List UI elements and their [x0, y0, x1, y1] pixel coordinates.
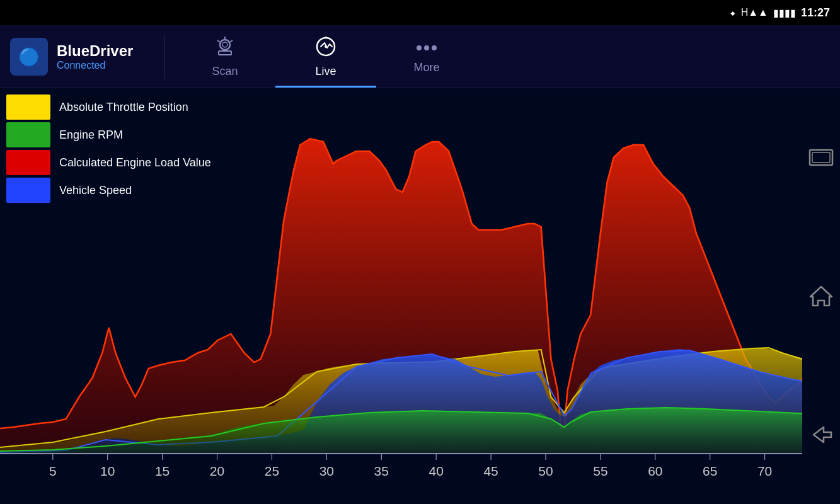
speed-label: Vehicle Speed: [59, 184, 132, 197]
svg-rect-50: [812, 152, 830, 163]
svg-point-10: [325, 45, 327, 48]
svg-text:10: 10: [100, 464, 115, 478]
svg-text:🔵: 🔵: [18, 47, 40, 67]
svg-text:40: 40: [429, 464, 444, 478]
app-logo-area: 🔵 BlueDriver Connected: [0, 38, 164, 76]
bluetooth-icon: ⬥: [730, 7, 736, 18]
svg-text:70: 70: [757, 464, 772, 478]
throttle-label: Absolute Throttle Position: [59, 101, 188, 114]
app-name: BlueDriver: [57, 42, 133, 60]
tab-scan-label: Scan: [212, 65, 238, 78]
svg-text:45: 45: [483, 464, 498, 478]
app-status: Connected: [57, 60, 133, 71]
legend: Absolute Throttle Position Engine RPM Ca…: [6, 94, 211, 203]
svg-text:15: 15: [155, 464, 170, 478]
svg-text:50: 50: [538, 464, 553, 478]
tab-more-label: More: [413, 61, 439, 74]
throttle-color: [6, 94, 50, 120]
svg-text:55: 55: [593, 464, 607, 478]
tab-live-label: Live: [315, 65, 336, 78]
logo-text-area: BlueDriver Connected: [57, 42, 133, 71]
svg-point-2: [220, 40, 230, 50]
battery-icon: ▮▮▮▮: [773, 7, 796, 19]
svg-text:25: 25: [265, 464, 279, 478]
nav-divider: [164, 35, 164, 79]
tab-scan[interactable]: Scan: [175, 25, 275, 88]
speed-color: [6, 178, 50, 203]
status-bar: ⬥ H▲▲ ▮▮▮▮ 11:27: [0, 0, 840, 25]
nav-bar: 🔵 BlueDriver Connected Scan: [0, 25, 840, 88]
svg-point-3: [222, 42, 227, 47]
svg-point-14: [432, 45, 437, 50]
svg-text:20: 20: [210, 464, 224, 478]
svg-text:60: 60: [648, 464, 662, 478]
signal-icon: H▲▲: [741, 7, 768, 18]
main-area: Absolute Throttle Position Engine RPM Ca…: [0, 88, 840, 504]
live-icon: [314, 35, 337, 62]
rect-button[interactable]: [805, 142, 837, 173]
home-button[interactable]: [805, 280, 837, 312]
scan-icon: [214, 35, 236, 62]
load-label: Calculated Engine Load Value: [59, 156, 211, 169]
svg-text:65: 65: [703, 464, 717, 478]
svg-rect-7: [219, 51, 231, 55]
tab-more[interactable]: More: [376, 25, 477, 88]
legend-item-throttle: Absolute Throttle Position: [6, 94, 211, 120]
legend-item-rpm: Engine RPM: [6, 122, 211, 147]
load-color: [6, 150, 50, 175]
rpm-color: [6, 122, 50, 147]
svg-point-12: [417, 45, 422, 50]
legend-item-speed: Vehicle Speed: [6, 178, 211, 203]
svg-marker-51: [810, 287, 832, 306]
app-logo-icon: 🔵: [10, 38, 48, 76]
more-icon: [415, 38, 438, 59]
svg-text:30: 30: [319, 464, 334, 478]
right-nav-panel: [802, 88, 840, 504]
svg-text:5: 5: [49, 464, 57, 478]
tab-live[interactable]: Live: [275, 25, 376, 88]
rpm-label: Engine RPM: [59, 129, 123, 142]
legend-item-load: Calculated Engine Load Value: [6, 150, 211, 175]
svg-point-13: [424, 45, 429, 50]
back-button[interactable]: [805, 419, 837, 450]
svg-text:35: 35: [374, 464, 389, 478]
time-display: 11:27: [801, 6, 830, 20]
